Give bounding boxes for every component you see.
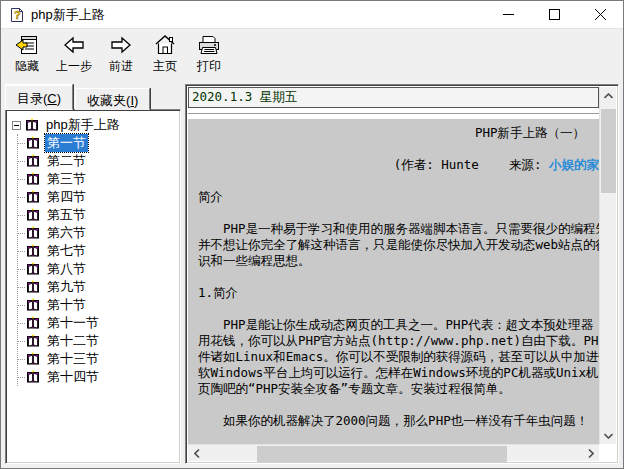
tree-item[interactable]: 第八节 xyxy=(18,260,178,278)
tree-connector xyxy=(18,323,25,324)
toolbar-button-label: 主页 xyxy=(153,58,177,75)
tree-connector xyxy=(18,287,25,288)
scroll-up-button[interactable] xyxy=(600,87,617,104)
tree-item-label: 第八节 xyxy=(45,260,88,278)
back-button[interactable]: 上一步 xyxy=(51,32,97,76)
divider xyxy=(188,113,599,115)
tab-accesskey: C xyxy=(47,91,56,106)
help-viewer-window: ? php新手上路 隐藏 xyxy=(0,0,624,469)
horizontal-scroll-track[interactable] xyxy=(205,445,582,462)
book-icon xyxy=(25,352,41,366)
tree-item[interactable]: 第九节 xyxy=(18,278,178,296)
tree-item[interactable]: 第十节 xyxy=(18,296,178,314)
doc-blank-line xyxy=(198,269,599,285)
tree-connector xyxy=(18,305,25,306)
doc-text-line: PHP是一种易于学习和使用的服务器端脚本语言。只需要很少的编程知识 xyxy=(198,221,599,237)
tab-contents[interactable]: 目录(C) xyxy=(5,84,73,110)
tree-children: 第一节 第二节 第三节 第四节 xyxy=(17,134,178,386)
byline-source-label: 来源: xyxy=(479,157,549,172)
book-icon xyxy=(25,298,41,312)
close-button[interactable] xyxy=(577,1,623,28)
home-button[interactable]: 主页 xyxy=(145,32,185,76)
tree-item[interactable]: 第五节 xyxy=(18,206,178,224)
topic-pane: 2020.1.3 星期五 PHP新手上路（一） (作者: Hunte 来源: 小… xyxy=(185,84,619,464)
tree-item[interactable]: 第十一节 xyxy=(18,314,178,332)
forward-button[interactable]: 前进 xyxy=(101,32,141,76)
tree-connector xyxy=(18,359,25,360)
tree-item[interactable]: 第十二节 xyxy=(18,332,178,350)
tree-item-label: 第十一节 xyxy=(45,314,101,332)
svg-text:?: ? xyxy=(14,9,21,21)
tree-item-label: 第十三节 xyxy=(45,350,101,368)
tree-connector xyxy=(18,341,25,342)
maximize-icon xyxy=(549,9,560,20)
doc-blank-line xyxy=(198,429,599,444)
collapse-expander-icon[interactable] xyxy=(12,121,21,130)
tree-connector xyxy=(18,143,25,144)
tree-connector xyxy=(18,179,25,180)
doc-text-line: 如果你的机器解决了2000问题，那么PHP也一样没有千年虫问题！ xyxy=(198,413,599,429)
tree-connector xyxy=(18,269,25,270)
book-icon xyxy=(25,370,41,384)
tree-item[interactable]: 第二节 xyxy=(18,152,178,170)
print-icon xyxy=(196,33,222,57)
chevron-down-icon xyxy=(604,433,613,439)
forward-icon xyxy=(108,33,134,57)
tree-item[interactable]: 第四节 xyxy=(18,188,178,206)
date-header: 2020.1.3 星期五 xyxy=(188,87,599,108)
sidebar-tabs: 目录(C)收藏夹(I) xyxy=(5,84,181,110)
scroll-left-button[interactable] xyxy=(188,445,205,462)
chevron-right-icon xyxy=(588,449,594,458)
doc-blank-line xyxy=(198,173,599,189)
doc-blank-line xyxy=(198,205,599,221)
horizontal-scrollbar[interactable] xyxy=(188,444,599,461)
book-icon xyxy=(25,244,41,258)
tab-label: 目录( xyxy=(17,91,47,106)
doc-blank-line xyxy=(198,141,599,157)
tree-item[interactable]: 第十三节 xyxy=(18,350,178,368)
scroll-down-button[interactable] xyxy=(600,427,617,444)
tree-item-label: 第五节 xyxy=(45,206,88,224)
book-icon xyxy=(25,316,41,330)
doc-text-line: 1.简介 xyxy=(198,285,599,301)
scroll-right-button[interactable] xyxy=(582,445,599,462)
chevron-up-icon xyxy=(604,93,613,99)
tab-favorites[interactable]: 收藏夹(I) xyxy=(75,88,150,110)
doc-lines: PHP新手上路（一） (作者: Hunte 来源: 小娱的家 简介 PHP是一种… xyxy=(188,119,599,444)
tree-root[interactable]: php新手上路 xyxy=(12,116,178,134)
tree-root-label: php新手上路 xyxy=(44,116,122,134)
vertical-scroll-thumb[interactable] xyxy=(601,109,616,193)
doc-text-line: 识和一些编程思想。 xyxy=(198,253,599,269)
tree-item-label: 第九节 xyxy=(45,278,88,296)
byline-author: (作者: Hunte xyxy=(394,157,479,172)
hide-icon xyxy=(14,33,40,57)
doc-text-line: PHP是能让你生成动态网页的工具之一。PHP代表：超文本预处理器（PHP xyxy=(198,317,599,333)
print-button[interactable]: 打印 xyxy=(189,32,229,76)
toolbar-button-label: 上一步 xyxy=(56,58,92,75)
tree-connector xyxy=(18,377,25,378)
tree-item[interactable]: 第一节 xyxy=(18,134,178,152)
toolbar-button-label: 隐藏 xyxy=(15,58,39,75)
minimize-button[interactable] xyxy=(485,1,531,28)
book-icon xyxy=(25,154,41,168)
maximize-button[interactable] xyxy=(531,1,577,28)
tree-item[interactable]: 第七节 xyxy=(18,242,178,260)
byline-source-link[interactable]: 小娱的家 xyxy=(549,157,599,172)
tree-connector xyxy=(18,197,25,198)
toolbar-button-label: 打印 xyxy=(197,58,221,75)
horizontal-scroll-thumb[interactable] xyxy=(257,446,507,462)
close-icon xyxy=(595,9,606,20)
book-icon xyxy=(25,334,41,348)
tree-item-label: 第七节 xyxy=(45,242,88,260)
hide-button[interactable]: 隐藏 xyxy=(7,32,47,76)
tree-connector xyxy=(18,251,25,252)
book-icon xyxy=(25,280,41,294)
vertical-scrollbar[interactable] xyxy=(599,87,616,444)
tree-connector xyxy=(18,161,25,162)
doc-text-line: 并不想让你完全了解这种语言，只是能使你尽快加入开发动态web站点的行列 xyxy=(198,237,599,253)
doc-text-line: 页陶吧的“PHP安装全攻备”专题文章。安装过程很简单。 xyxy=(198,381,599,397)
tree-item[interactable]: 第六节 xyxy=(18,224,178,242)
tab-label: ) xyxy=(134,93,138,108)
tree-item[interactable]: 第十四节 xyxy=(18,368,178,386)
tree-item[interactable]: 第三节 xyxy=(18,170,178,188)
